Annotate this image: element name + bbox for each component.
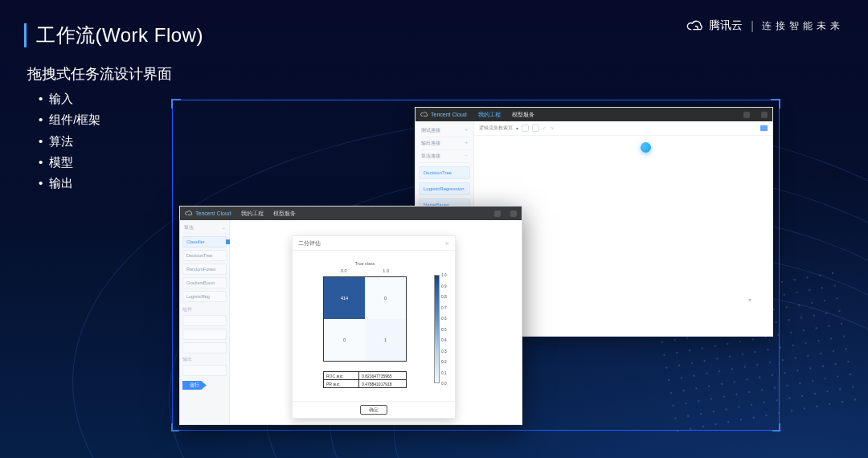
algorithm-chip[interactable] [182, 315, 227, 326]
table-row: ROC auc 0.821647735965 [324, 372, 406, 380]
metric-value: 0.821647735965 [359, 372, 406, 379]
header-icon[interactable] [761, 112, 768, 118]
heatmap-cell: 414 [324, 277, 365, 319]
product-logo-text: Tencent Cloud [185, 211, 231, 216]
title-accent-bar [24, 23, 27, 47]
feature-text: 拖拽式任务流设计界面 输入 组件/框架 算法 模型 输出 [27, 64, 172, 194]
metric-name: ROC auc [324, 372, 359, 379]
confusion-matrix-chart: True class 0.0 1.0 Hypothesized class 41… [299, 254, 448, 399]
nav-tab-my-project[interactable]: 我的工程 [478, 111, 501, 119]
heatmap-cell: 1 [365, 319, 406, 361]
header-icon[interactable] [494, 211, 501, 217]
heatmap-cell: 0 [324, 319, 365, 361]
colorbar-tick: 0.0 [441, 382, 447, 386]
colorbar-tick: 0.7 [441, 305, 447, 309]
feature-bullet: 输出 [39, 173, 172, 194]
fullscreen-icon[interactable] [760, 125, 768, 131]
close-icon[interactable]: × [445, 239, 449, 247]
screenshot-frame: Tencent Cloud 我的工程 模型服务 测试连接+ 输出连接+ 算法连接… [172, 100, 780, 431]
algorithm-chip[interactable]: GradientBoost [182, 277, 227, 288]
colorbar-tick: 0.8 [441, 295, 447, 299]
sidebar-category[interactable]: 输出连接+ [419, 137, 470, 150]
algorithm-chip[interactable]: LogisticReg [182, 291, 227, 302]
nav-tab-my-project[interactable]: 我的工程 [241, 210, 264, 218]
sidebar-section-label[interactable]: 输出 [182, 357, 227, 362]
run-button[interactable]: 运行 [182, 381, 207, 390]
algorithm-chip[interactable] [182, 365, 227, 376]
breadcrumb-text: 逻辑流失检索页 [479, 125, 513, 132]
plus-icon[interactable]: − [465, 153, 468, 160]
slide-title: 工作流(Work Flow) [36, 22, 203, 48]
metric-value: 0.478841017918 [359, 380, 406, 387]
chevron-down-icon[interactable]: ▾ [516, 125, 518, 131]
chart-xtick: 1.0 [383, 268, 389, 273]
slide-title-wrap: 工作流(Work Flow) [24, 22, 203, 48]
sidebar-section-label[interactable]: 组件 [182, 307, 227, 313]
header-icon[interactable] [510, 211, 517, 217]
colorbar: 1.0 0.9 0.8 0.7 0.6 0.5 0.4 0.3 0.2 0.1 … [434, 275, 444, 383]
plus-icon[interactable]: + [465, 140, 468, 147]
algorithm-chip[interactable]: RandomForest [182, 264, 227, 275]
algorithm-chip[interactable] [182, 329, 227, 340]
sidebar-category[interactable]: 算法连接− [419, 150, 470, 163]
feature-bullet: 组件/框架 [39, 109, 172, 130]
evaluation-modal: 二分评估 × True class 0.0 1.0 Hypothesized c… [292, 235, 456, 419]
brand-tagline: 连接智能未来 [762, 19, 844, 33]
toolbar-button[interactable] [522, 125, 529, 132]
workflow-node[interactable] [641, 142, 651, 153]
colorbar-tick: 0.2 [441, 360, 447, 364]
plus-icon[interactable]: + [465, 127, 468, 134]
colorbar-tick: 0.5 [441, 327, 447, 331]
header-icon[interactable] [743, 112, 750, 118]
algorithm-chip-selected[interactable]: Classifier [182, 236, 227, 247]
feature-subtitle: 拖拽式任务流设计界面 [27, 64, 172, 84]
sidebar-category[interactable]: 测试连接+ [419, 125, 470, 137]
toolbar-undo-icon[interactable]: ↶ [542, 125, 547, 131]
tencent-cloud-icon [686, 20, 704, 32]
feature-bullet: 输入 [39, 88, 172, 109]
heatmap-grid: 414 0 0 1 [323, 276, 407, 362]
chart-xtick: 0.0 [341, 268, 347, 273]
canvas-toolbar: 逻辑流失检索页 ▾ ↶ ↷ [474, 121, 772, 136]
metric-name: PR auc [324, 380, 359, 387]
canvas-mark-icon: ▾ [748, 296, 751, 304]
algorithm-chip[interactable]: DecisionTree [419, 166, 470, 179]
modal-confirm-button[interactable]: 确定 [360, 405, 387, 415]
product-logo-text: Tencent Cloud [420, 112, 467, 117]
colorbar-tick: 1.0 [441, 273, 447, 277]
feature-bullet: 算法 [39, 131, 172, 152]
colorbar-tick: 0.6 [441, 317, 447, 321]
brand-name: 腾讯云 [709, 18, 743, 33]
colorbar-tick: 0.4 [441, 338, 447, 342]
sidebar-palette: 算法− Classifier DecisionTree RandomForest… [180, 220, 230, 424]
algorithm-chip[interactable]: LogisticRegression [419, 182, 470, 195]
feature-bullet-list: 输入 组件/框架 算法 模型 输出 [27, 88, 172, 194]
modal-title: 二分评估 [298, 239, 321, 247]
toolbar-redo-icon[interactable]: ↷ [550, 125, 554, 131]
heatmap-cell: 0 [365, 277, 406, 319]
metrics-table: ROC auc 0.821647735965 PR auc 0.47884101… [323, 371, 407, 388]
toolbar-button[interactable] [532, 125, 539, 132]
screenshot-evaluation-modal: Tencent Cloud 我的工程 模型服务 算法− Classifier D… [179, 206, 522, 425]
chart-xlabel: True class [323, 261, 407, 266]
brand-block: 腾讯云 | 连接智能未来 [686, 18, 844, 33]
nav-tab-model-service[interactable]: 模型服务 [273, 210, 296, 218]
brand-separator: | [751, 19, 754, 32]
window-top-bar: Tencent Cloud 我的工程 模型服务 [416, 108, 772, 121]
colorbar-tick: 0.9 [441, 284, 447, 288]
colorbar-tick: 0.3 [441, 349, 447, 353]
algorithm-chip[interactable] [182, 342, 227, 354]
feature-bullet: 模型 [39, 152, 172, 173]
algorithm-chip[interactable]: DecisionTree [182, 250, 227, 261]
sidebar-head[interactable]: 算法− [182, 223, 227, 234]
colorbar-tick: 0.1 [441, 370, 447, 374]
nav-tab-model-service[interactable]: 模型服务 [512, 111, 534, 119]
window-top-bar: Tencent Cloud 我的工程 模型服务 [180, 207, 522, 220]
table-row: PR auc 0.478841017918 [324, 380, 406, 387]
